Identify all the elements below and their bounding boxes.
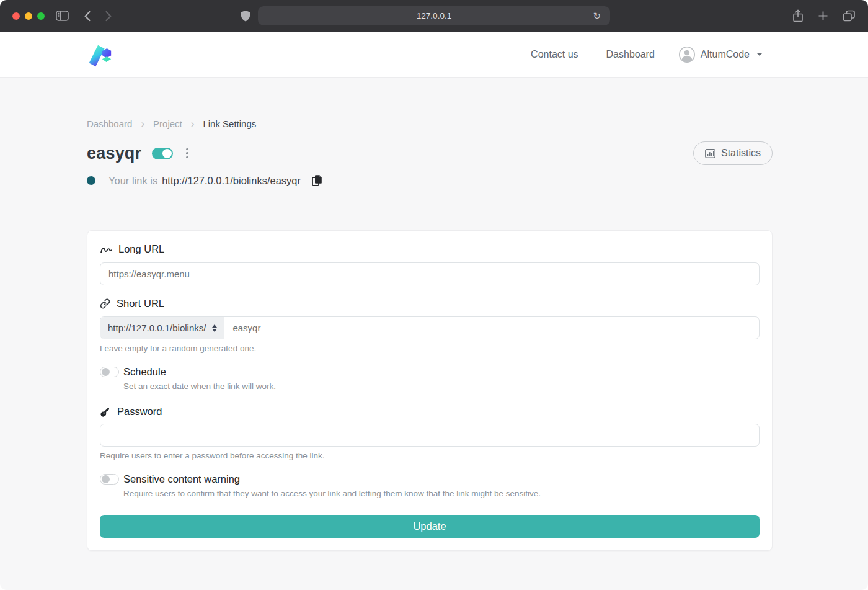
long-url-label: Long URL	[100, 243, 760, 255]
traffic-lights	[12, 12, 45, 20]
sensitive-help: Require users to confirm that they want …	[123, 489, 760, 498]
schedule-toggle[interactable]	[100, 367, 119, 377]
main-nav: Contact us Dashboard AltumCode	[527, 47, 763, 63]
statistics-button[interactable]: Statistics	[693, 141, 773, 165]
link-icon	[100, 298, 110, 309]
schedule-row: Schedule	[100, 366, 760, 378]
privacy-shield-icon[interactable]	[241, 10, 250, 22]
short-url-help: Leave empty for a random generated one.	[100, 344, 760, 353]
breadcrumb-project[interactable]: Project	[153, 118, 182, 129]
new-tab-icon[interactable]	[818, 11, 828, 21]
nav-contact-us[interactable]: Contact us	[527, 48, 582, 61]
scribble-icon	[100, 244, 112, 255]
altumcode-logo[interactable]	[85, 40, 113, 69]
copy-icon[interactable]	[311, 174, 323, 187]
link-settings-card: Long URL Short URL http://127.0.0.1/biol…	[87, 230, 773, 551]
main-content: Dashboard › Project › Link Settings easy…	[0, 78, 868, 551]
reload-icon[interactable]: ↻	[589, 10, 604, 22]
nav-dashboard[interactable]: Dashboard	[603, 48, 658, 61]
browser-window: 127.0.0.1 ↻	[0, 0, 868, 590]
short-url-label: Short URL	[100, 298, 760, 310]
password-label: Password	[100, 406, 760, 418]
share-icon[interactable]	[792, 9, 804, 22]
schedule-help: Set an exact date when the link will wor…	[123, 382, 760, 391]
password-input[interactable]	[100, 424, 760, 447]
short-url-input[interactable]	[224, 317, 759, 339]
schedule-label: Schedule	[123, 366, 166, 378]
avatar	[679, 47, 695, 63]
long-url-input[interactable]	[100, 262, 760, 285]
chrome-right-buttons	[792, 9, 856, 22]
site-header: Contact us Dashboard AltumCode	[0, 32, 868, 78]
short-url-group: http://127.0.0.1/biolinks/	[100, 316, 760, 339]
minimize-window-button[interactable]	[25, 12, 32, 20]
address-bar-url: 127.0.0.1	[417, 11, 451, 20]
link-enabled-toggle[interactable]	[152, 148, 173, 159]
short-url-domain-select[interactable]: http://127.0.0.1/biolinks/	[100, 317, 224, 339]
breadcrumb-separator-icon: ›	[141, 118, 144, 129]
title-row: easyqr Statistics	[87, 141, 773, 165]
address-bar[interactable]: 127.0.0.1 ↻	[258, 6, 610, 25]
update-button[interactable]: Update	[100, 515, 760, 538]
breadcrumb-separator-icon: ›	[191, 118, 195, 129]
page-title: easyqr	[87, 144, 141, 163]
zoom-window-button[interactable]	[37, 12, 45, 20]
account-name: AltumCode	[701, 49, 750, 60]
sensitive-content-toggle[interactable]	[100, 474, 119, 485]
statistics-button-label: Statistics	[721, 148, 761, 159]
sidebar-toggle-icon[interactable]	[56, 11, 69, 21]
bar-chart-icon	[705, 149, 715, 158]
chevron-down-icon	[756, 53, 763, 56]
your-link-row: Your link is http://127.0.0.1/biolinks/e…	[87, 174, 773, 187]
status-dot	[87, 176, 95, 185]
forward-icon[interactable]	[105, 11, 112, 22]
sensitive-row: Sensitive content warning	[100, 473, 760, 485]
your-link-label: Your link is	[108, 175, 157, 187]
sensitive-label: Sensitive content warning	[123, 473, 240, 485]
select-arrows-icon	[212, 324, 217, 332]
browser-chrome: 127.0.0.1 ↻	[0, 0, 868, 32]
your-link-url: http://127.0.0.1/biolinks/easyqr	[162, 175, 301, 187]
account-menu[interactable]: AltumCode	[679, 47, 763, 63]
breadcrumb: Dashboard › Project › Link Settings	[87, 118, 773, 129]
breadcrumb-link-settings: Link Settings	[203, 118, 256, 129]
back-icon[interactable]	[84, 11, 91, 22]
password-help: Require users to enter a password before…	[100, 451, 760, 460]
close-window-button[interactable]	[12, 12, 20, 20]
more-options-icon[interactable]	[184, 146, 190, 161]
key-icon	[97, 404, 113, 419]
breadcrumb-dashboard[interactable]: Dashboard	[87, 118, 132, 129]
tab-overview-icon[interactable]	[843, 10, 856, 22]
